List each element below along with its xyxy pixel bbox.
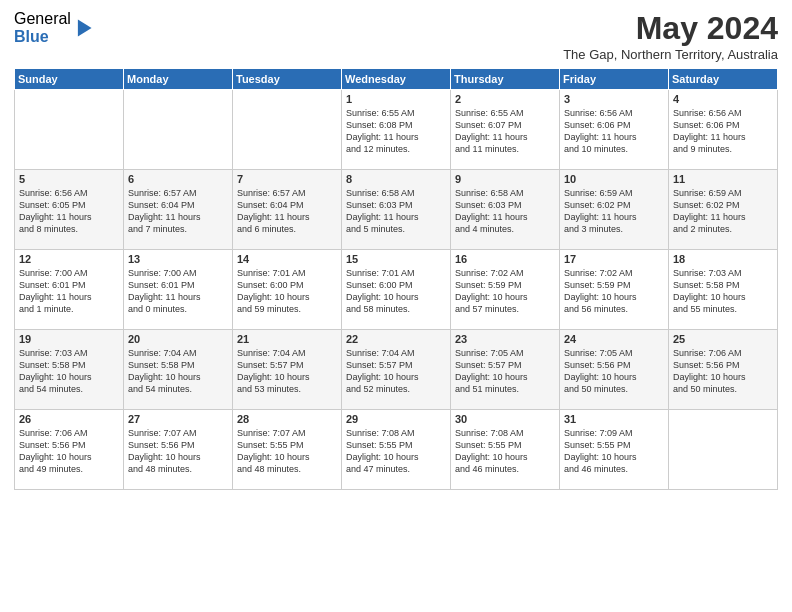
calendar-week-row: 19Sunrise: 7:03 AM Sunset: 5:58 PM Dayli…: [15, 330, 778, 410]
day-info: Sunrise: 6:55 AM Sunset: 6:07 PM Dayligh…: [455, 107, 555, 156]
title-block: May 2024 The Gap, Northern Territory, Au…: [563, 10, 778, 62]
table-row: 15Sunrise: 7:01 AM Sunset: 6:00 PM Dayli…: [342, 250, 451, 330]
table-row: 1Sunrise: 6:55 AM Sunset: 6:08 PM Daylig…: [342, 90, 451, 170]
header-monday: Monday: [124, 69, 233, 90]
day-number: 6: [128, 173, 228, 185]
table-row: 25Sunrise: 7:06 AM Sunset: 5:56 PM Dayli…: [669, 330, 778, 410]
day-number: 5: [19, 173, 119, 185]
table-row: 7Sunrise: 6:57 AM Sunset: 6:04 PM Daylig…: [233, 170, 342, 250]
day-number: 24: [564, 333, 664, 345]
table-row: 22Sunrise: 7:04 AM Sunset: 5:57 PM Dayli…: [342, 330, 451, 410]
calendar-table: Sunday Monday Tuesday Wednesday Thursday…: [14, 68, 778, 490]
day-number: 20: [128, 333, 228, 345]
day-number: 25: [673, 333, 773, 345]
table-row: [669, 410, 778, 490]
day-number: 18: [673, 253, 773, 265]
day-info: Sunrise: 7:03 AM Sunset: 5:58 PM Dayligh…: [673, 267, 773, 316]
logo-icon: [73, 16, 93, 40]
day-info: Sunrise: 7:02 AM Sunset: 5:59 PM Dayligh…: [455, 267, 555, 316]
day-number: 1: [346, 93, 446, 105]
day-number: 19: [19, 333, 119, 345]
day-number: 22: [346, 333, 446, 345]
day-number: 14: [237, 253, 337, 265]
day-info: Sunrise: 7:08 AM Sunset: 5:55 PM Dayligh…: [455, 427, 555, 476]
header-sunday: Sunday: [15, 69, 124, 90]
table-row: [233, 90, 342, 170]
day-number: 17: [564, 253, 664, 265]
table-row: 2Sunrise: 6:55 AM Sunset: 6:07 PM Daylig…: [451, 90, 560, 170]
day-number: 10: [564, 173, 664, 185]
day-number: 21: [237, 333, 337, 345]
day-info: Sunrise: 7:08 AM Sunset: 5:55 PM Dayligh…: [346, 427, 446, 476]
day-number: 7: [237, 173, 337, 185]
calendar-page: General Blue May 2024 The Gap, Northern …: [0, 0, 792, 612]
table-row: 31Sunrise: 7:09 AM Sunset: 5:55 PM Dayli…: [560, 410, 669, 490]
day-info: Sunrise: 6:57 AM Sunset: 6:04 PM Dayligh…: [237, 187, 337, 236]
day-info: Sunrise: 6:59 AM Sunset: 6:02 PM Dayligh…: [673, 187, 773, 236]
table-row: 29Sunrise: 7:08 AM Sunset: 5:55 PM Dayli…: [342, 410, 451, 490]
day-number: 13: [128, 253, 228, 265]
day-info: Sunrise: 6:58 AM Sunset: 6:03 PM Dayligh…: [455, 187, 555, 236]
day-info: Sunrise: 6:56 AM Sunset: 6:05 PM Dayligh…: [19, 187, 119, 236]
day-number: 28: [237, 413, 337, 425]
table-row: 27Sunrise: 7:07 AM Sunset: 5:56 PM Dayli…: [124, 410, 233, 490]
logo-general: General: [14, 10, 71, 28]
calendar-week-row: 5Sunrise: 6:56 AM Sunset: 6:05 PM Daylig…: [15, 170, 778, 250]
day-info: Sunrise: 7:01 AM Sunset: 6:00 PM Dayligh…: [346, 267, 446, 316]
day-number: 15: [346, 253, 446, 265]
day-number: 9: [455, 173, 555, 185]
day-info: Sunrise: 7:07 AM Sunset: 5:55 PM Dayligh…: [237, 427, 337, 476]
day-number: 11: [673, 173, 773, 185]
day-info: Sunrise: 7:06 AM Sunset: 5:56 PM Dayligh…: [673, 347, 773, 396]
calendar-header-row: Sunday Monday Tuesday Wednesday Thursday…: [15, 69, 778, 90]
day-info: Sunrise: 7:07 AM Sunset: 5:56 PM Dayligh…: [128, 427, 228, 476]
table-row: [124, 90, 233, 170]
day-number: 3: [564, 93, 664, 105]
day-info: Sunrise: 7:02 AM Sunset: 5:59 PM Dayligh…: [564, 267, 664, 316]
day-number: 2: [455, 93, 555, 105]
table-row: 13Sunrise: 7:00 AM Sunset: 6:01 PM Dayli…: [124, 250, 233, 330]
table-row: [15, 90, 124, 170]
day-number: 27: [128, 413, 228, 425]
table-row: 4Sunrise: 6:56 AM Sunset: 6:06 PM Daylig…: [669, 90, 778, 170]
day-info: Sunrise: 6:58 AM Sunset: 6:03 PM Dayligh…: [346, 187, 446, 236]
logo: General Blue: [14, 10, 93, 45]
day-info: Sunrise: 7:05 AM Sunset: 5:57 PM Dayligh…: [455, 347, 555, 396]
table-row: 20Sunrise: 7:04 AM Sunset: 5:58 PM Dayli…: [124, 330, 233, 410]
day-info: Sunrise: 6:57 AM Sunset: 6:04 PM Dayligh…: [128, 187, 228, 236]
day-info: Sunrise: 7:06 AM Sunset: 5:56 PM Dayligh…: [19, 427, 119, 476]
table-row: 26Sunrise: 7:06 AM Sunset: 5:56 PM Dayli…: [15, 410, 124, 490]
day-info: Sunrise: 7:04 AM Sunset: 5:58 PM Dayligh…: [128, 347, 228, 396]
table-row: 3Sunrise: 6:56 AM Sunset: 6:06 PM Daylig…: [560, 90, 669, 170]
table-row: 6Sunrise: 6:57 AM Sunset: 6:04 PM Daylig…: [124, 170, 233, 250]
page-header: General Blue May 2024 The Gap, Northern …: [14, 10, 778, 62]
day-info: Sunrise: 6:55 AM Sunset: 6:08 PM Dayligh…: [346, 107, 446, 156]
table-row: 30Sunrise: 7:08 AM Sunset: 5:55 PM Dayli…: [451, 410, 560, 490]
table-row: 21Sunrise: 7:04 AM Sunset: 5:57 PM Dayli…: [233, 330, 342, 410]
day-info: Sunrise: 7:01 AM Sunset: 6:00 PM Dayligh…: [237, 267, 337, 316]
table-row: 14Sunrise: 7:01 AM Sunset: 6:00 PM Dayli…: [233, 250, 342, 330]
svg-marker-0: [78, 19, 92, 36]
table-row: 23Sunrise: 7:05 AM Sunset: 5:57 PM Dayli…: [451, 330, 560, 410]
day-number: 26: [19, 413, 119, 425]
day-info: Sunrise: 7:05 AM Sunset: 5:56 PM Dayligh…: [564, 347, 664, 396]
day-number: 23: [455, 333, 555, 345]
day-info: Sunrise: 7:09 AM Sunset: 5:55 PM Dayligh…: [564, 427, 664, 476]
calendar-week-row: 26Sunrise: 7:06 AM Sunset: 5:56 PM Dayli…: [15, 410, 778, 490]
table-row: 11Sunrise: 6:59 AM Sunset: 6:02 PM Dayli…: [669, 170, 778, 250]
table-row: 10Sunrise: 6:59 AM Sunset: 6:02 PM Dayli…: [560, 170, 669, 250]
day-number: 8: [346, 173, 446, 185]
day-number: 30: [455, 413, 555, 425]
table-row: 5Sunrise: 6:56 AM Sunset: 6:05 PM Daylig…: [15, 170, 124, 250]
day-number: 29: [346, 413, 446, 425]
header-wednesday: Wednesday: [342, 69, 451, 90]
header-friday: Friday: [560, 69, 669, 90]
calendar-week-row: 1Sunrise: 6:55 AM Sunset: 6:08 PM Daylig…: [15, 90, 778, 170]
logo-text: General Blue: [14, 10, 71, 45]
subtitle: The Gap, Northern Territory, Australia: [563, 47, 778, 62]
day-number: 12: [19, 253, 119, 265]
day-info: Sunrise: 7:03 AM Sunset: 5:58 PM Dayligh…: [19, 347, 119, 396]
day-info: Sunrise: 7:00 AM Sunset: 6:01 PM Dayligh…: [19, 267, 119, 316]
table-row: 12Sunrise: 7:00 AM Sunset: 6:01 PM Dayli…: [15, 250, 124, 330]
day-info: Sunrise: 7:00 AM Sunset: 6:01 PM Dayligh…: [128, 267, 228, 316]
